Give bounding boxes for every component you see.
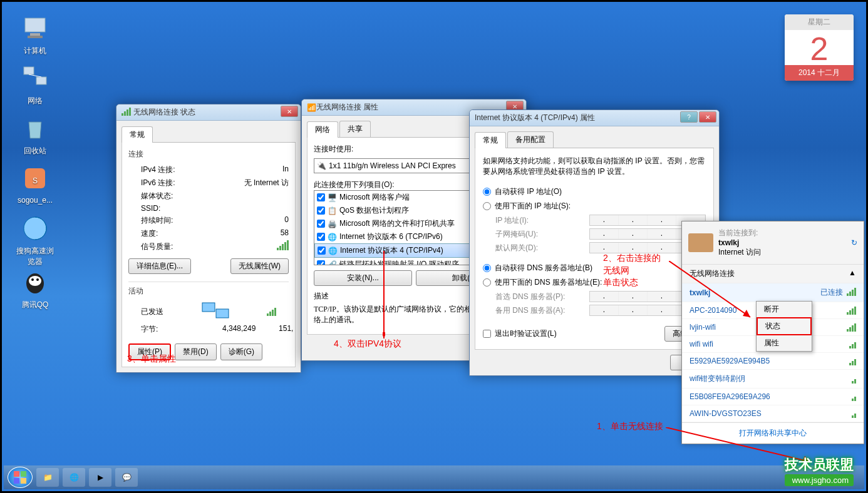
- adapter-icon: 🔌: [317, 161, 326, 170]
- disable-button[interactable]: 禁用(D): [175, 343, 217, 360]
- radio-auto-ip[interactable]: [483, 188, 491, 196]
- svg-rect-1: [30, 33, 40, 36]
- signal-icon: [849, 340, 856, 348]
- help-text: 如果网络支持此功能，则可以获取自动指派的 IP 设置。否则，您需要从网络系统管理…: [483, 156, 706, 177]
- computer-icon: [20, 13, 50, 43]
- calendar-widget[interactable]: 星期二 2 2014 十二月: [785, 14, 854, 81]
- wifi-footer: 打开网络和共享中心: [682, 422, 864, 444]
- annotation-4: 4、双击IPV4协议: [334, 338, 401, 350]
- desktop-icon-recycle[interactable]: 回收站: [13, 113, 57, 156]
- signal-icon: [121, 107, 131, 118]
- activity-label: 活动: [128, 286, 289, 297]
- desktop-icon-qq[interactable]: 腾讯QQ: [13, 267, 57, 310]
- refresh-icon[interactable]: ↻: [851, 238, 857, 247]
- wifi-header: 当前连接到: txwlkj Internet 访问 ↻: [682, 221, 864, 265]
- radio-auto-dns[interactable]: [483, 264, 491, 272]
- wifi-icon: 📶: [307, 103, 316, 112]
- taskbar-item[interactable]: ▶: [89, 468, 111, 487]
- tab-alt[interactable]: 备用配置: [507, 131, 554, 148]
- wifi-item[interactable]: E5929AE5929AE994B5: [682, 353, 864, 370]
- signal-icon: [852, 409, 856, 418]
- wifi-item[interactable]: AWIN-DVGSTO23ES: [682, 405, 864, 422]
- menu-properties[interactable]: 属性: [757, 335, 812, 351]
- desktop-icon-network[interactable]: 网络: [13, 63, 57, 106]
- install-button[interactable]: 安装(N)...: [314, 270, 412, 286]
- calendar-weekday: 星期二: [785, 14, 854, 30]
- signal-icon: [849, 357, 856, 365]
- svg-line-5: [29, 74, 41, 77]
- close-button[interactable]: ✕: [281, 106, 298, 117]
- details-button[interactable]: 详细信息(E)...: [128, 258, 191, 274]
- taskbar[interactable]: 📁 🌐 ▶ 💬: [4, 465, 864, 489]
- wifi-item[interactable]: wifi钳变韩绮剧仴: [682, 370, 864, 389]
- taskbar-explorer[interactable]: 📁: [36, 468, 59, 487]
- watermark: 技术员联盟 www.jsgho.com: [785, 455, 854, 486]
- status-titlebar[interactable]: 无线网络连接 状态 ✕: [116, 104, 301, 121]
- bench-icon: [688, 233, 713, 252]
- svg-point-11: [31, 278, 34, 281]
- network-center-link[interactable]: 打开网络和共享中心: [739, 429, 807, 437]
- ipv4-titlebar[interactable]: Internet 协议版本 4 (TCP/IPv4) 属性 ? ✕: [470, 110, 719, 126]
- wireless-props-button[interactable]: 无线属性(W): [230, 258, 289, 274]
- menu-status[interactable]: 状态: [757, 317, 812, 335]
- svg-rect-23: [14, 478, 19, 484]
- svg-rect-22: [21, 471, 26, 477]
- signal-icon: [852, 375, 856, 384]
- chevron-up-icon: ▲: [849, 268, 856, 279]
- signal-icon: [852, 392, 856, 401]
- tab-general[interactable]: 常规: [121, 126, 153, 143]
- svg-point-12: [36, 278, 39, 281]
- wifi-item-connected[interactable]: txwlkj已连接: [682, 283, 864, 302]
- validate-checkbox[interactable]: [483, 330, 491, 338]
- status-window: 无线网络连接 状态 ✕ 常规 连接 IPv4 连接:In IPv6 连接:无 I…: [116, 104, 301, 373]
- context-menu: 断开 状态 属性: [756, 301, 812, 352]
- radio-manual-dns[interactable]: [483, 278, 491, 287]
- taskbar-item[interactable]: 🌐: [63, 468, 85, 487]
- svg-rect-24: [21, 478, 26, 484]
- tab-share[interactable]: 共享: [339, 121, 371, 137]
- svg-point-10: [29, 276, 41, 286]
- annotation-2: 2、右击连接的无线网单击状态: [603, 252, 672, 289]
- svg-rect-3: [24, 67, 34, 74]
- connection-label: 连接: [128, 149, 289, 160]
- recycle-bin-icon: [20, 113, 50, 143]
- desktop-icon-sogou[interactable]: S sogou_e...: [13, 163, 57, 205]
- calendar-monthyear: 2014 十二月: [785, 65, 854, 81]
- wifi-list-title[interactable]: 无线网络连接 ▲: [682, 265, 864, 283]
- svg-rect-2: [28, 36, 43, 38]
- signal-icon: [847, 306, 856, 315]
- svg-rect-13: [202, 303, 215, 312]
- radio-manual-ip[interactable]: [483, 202, 491, 210]
- annotation-3: 3、单击属性: [127, 353, 176, 365]
- diagnose-button[interactable]: 诊断(G): [220, 343, 262, 360]
- svg-rect-21: [14, 471, 19, 477]
- menu-disconnect[interactable]: 断开: [757, 302, 812, 317]
- activity-icon: [200, 300, 231, 323]
- tab-general[interactable]: 常规: [475, 132, 506, 148]
- start-button[interactable]: [8, 467, 33, 488]
- svg-rect-14: [216, 309, 229, 318]
- sogou-icon: S: [20, 163, 50, 193]
- svg-text:S: S: [33, 176, 38, 185]
- signal-icon: [847, 287, 856, 296]
- annotation-1: 1、单击无线连接: [597, 421, 663, 432]
- close-button[interactable]: ✕: [699, 111, 716, 123]
- qq-icon: [20, 267, 50, 297]
- calendar-day: 2: [785, 30, 854, 65]
- network-icon: [20, 63, 50, 93]
- tab-network[interactable]: 网络: [307, 121, 338, 138]
- svg-rect-4: [36, 77, 46, 84]
- browser-icon: [20, 213, 50, 243]
- svg-rect-0: [25, 18, 45, 32]
- wifi-item[interactable]: E5B08FE9A296E9A296: [682, 389, 864, 405]
- desktop-icon-browser[interactable]: 搜狗高速浏览器: [13, 213, 57, 267]
- taskbar-item[interactable]: 💬: [115, 468, 138, 487]
- help-button[interactable]: ?: [680, 111, 698, 123]
- desktop-icon-computer[interactable]: 计算机: [13, 13, 57, 56]
- signal-icon: [847, 323, 856, 332]
